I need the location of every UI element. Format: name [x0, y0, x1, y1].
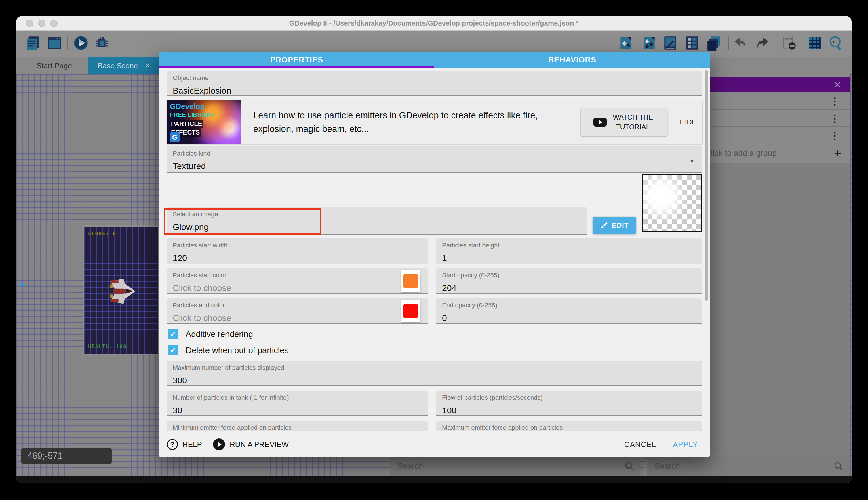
toggle-mask-icon[interactable]: [781, 35, 797, 51]
checkbox-checked[interactable]: ✓: [168, 329, 178, 339]
window-bottom-edge: [16, 476, 852, 483]
delete-when-out-checkbox-row: ✓ Delete when out of particles: [168, 345, 289, 355]
end-opacity-field[interactable]: End opacity (0-255) 0: [436, 298, 702, 324]
field-value: 204: [442, 283, 696, 293]
gdevelop-logo: G: [170, 133, 179, 142]
search-icon: [833, 461, 843, 471]
field-value: 100: [442, 406, 696, 415]
max-particles-field[interactable]: Maximum number of particles displayed 30…: [167, 361, 702, 386]
close-panel-icon[interactable]: ✕: [833, 79, 842, 90]
tab-start-page[interactable]: Start Page: [22, 57, 86, 74]
objects-search-input[interactable]: [390, 462, 624, 470]
thumb-text: PARTICLE: [170, 120, 203, 128]
start-color-swatch: [403, 274, 418, 288]
groups-search-input[interactable]: [647, 462, 833, 470]
field-value: 300: [173, 376, 696, 385]
particles-start-color-field[interactable]: Particles start color Click to choose: [167, 268, 428, 294]
tab-base-scene[interactable]: Base Scene ✕: [88, 57, 160, 74]
run-preview-label: RUN A PREVIEW: [230, 440, 289, 449]
hide-banner-button[interactable]: HIDE: [672, 100, 704, 144]
particles-tank-field[interactable]: Number of particles in tank (-1 for infi…: [167, 390, 428, 416]
spaceship-sprite[interactable]: [107, 278, 137, 305]
watch-tutorial-button[interactable]: WATCH THE TUTORIAL: [581, 108, 667, 136]
kebab-menu-icon[interactable]: ⋮: [830, 130, 840, 141]
cancel-button[interactable]: CANCEL: [624, 440, 656, 449]
min-emitter-force-field[interactable]: Minimum emitter force applied on particl…: [167, 421, 428, 431]
checkbox-checked[interactable]: ✓: [168, 345, 178, 355]
apply-button[interactable]: APPLY: [673, 440, 698, 449]
svg-text:1:1: 1:1: [832, 40, 838, 44]
field-label: End opacity (0-255): [442, 302, 696, 309]
field-value: 120: [173, 253, 422, 263]
help-icon: ?: [167, 439, 178, 450]
zoom-window-button[interactable]: [50, 20, 58, 27]
cursor-coordinates-badge: 469;-571: [21, 447, 112, 464]
traffic-lights: [26, 20, 58, 27]
instances-list-icon[interactable]: [684, 35, 701, 51]
particles-start-height-field[interactable]: Particles start height 1: [436, 238, 702, 264]
close-window-button[interactable]: [26, 20, 33, 27]
redo-icon[interactable]: [754, 35, 771, 51]
project-manager-icon[interactable]: [24, 35, 41, 51]
thumb-text: GDevelop: [170, 102, 204, 111]
help-label: HELP: [183, 440, 202, 449]
debugger-icon[interactable]: [94, 35, 110, 51]
help-button[interactable]: ? HELP: [167, 439, 202, 450]
color-swatch-chip[interactable]: [401, 270, 420, 292]
layers-icon[interactable]: [706, 35, 723, 51]
start-opacity-field[interactable]: Start opacity (0-255) 204: [436, 268, 702, 294]
texture-preview: [642, 174, 702, 232]
field-value: 1: [442, 253, 696, 263]
color-swatch-chip[interactable]: [401, 300, 420, 322]
field-label: Minimum emitter force applied on particl…: [173, 424, 422, 431]
selection-handle-dot[interactable]: [21, 283, 24, 287]
tutorial-thumbnail[interactable]: GDevelop FREE LIBRARY PARTICLE EFFECTS G: [167, 100, 241, 144]
add-object-icon[interactable]: [618, 35, 634, 51]
annotation-highlight-rectangle: [164, 208, 321, 235]
brush-icon: [600, 221, 608, 229]
dialog-scrollbar[interactable]: [705, 70, 708, 301]
zoom-1-1-icon[interactable]: 1:1: [828, 35, 844, 51]
particles-start-width-field[interactable]: Particles start width 120: [167, 238, 428, 264]
field-label: Maximum emitter force applied on particl…: [442, 424, 696, 431]
scene-editor-icon[interactable]: [46, 35, 63, 51]
field-label: Particles start width: [173, 242, 422, 249]
field-label: Particles start color: [173, 272, 422, 279]
grid-icon[interactable]: [807, 35, 823, 51]
particles-kind-select[interactable]: Particles kind Textured ▼: [167, 146, 702, 173]
particles-flow-field[interactable]: Flow of particles (particles/seconds) 10…: [436, 390, 702, 416]
field-value: Click to choose: [173, 283, 422, 293]
tab-label: Start Page: [37, 61, 72, 70]
kebab-menu-icon[interactable]: ⋮: [830, 95, 840, 107]
field-value: 30: [173, 406, 422, 415]
tab-properties[interactable]: PROPERTIES: [159, 52, 435, 68]
tab-behaviors[interactable]: BEHAVIORS: [435, 52, 710, 68]
window-title: GDevelop 5 - /Users/dkarakay/Documents/G…: [289, 19, 579, 27]
run-preview-button[interactable]: RUN A PREVIEW: [213, 439, 289, 451]
toolbar-divider: [67, 36, 68, 50]
health-text: HEALTH: 100: [88, 344, 127, 349]
particles-end-color-field[interactable]: Particles end color Click to choose: [167, 298, 428, 324]
kebab-menu-icon[interactable]: ⋮: [830, 113, 840, 124]
field-value: Click to choose: [173, 313, 422, 323]
toolbar-divider: [728, 36, 729, 50]
objects-list-icon[interactable]: [641, 35, 658, 51]
checkbox-label: Additive rendering: [186, 329, 253, 339]
checkbox-label: Delete when out of particles: [186, 345, 289, 355]
close-tab-icon[interactable]: ✕: [144, 61, 151, 70]
minimize-window-button[interactable]: [38, 20, 46, 27]
edit-image-button[interactable]: EDIT: [593, 217, 636, 234]
object-name-field[interactable]: Object name BasicExplosion: [167, 71, 702, 95]
play-preview-icon[interactable]: [72, 35, 89, 51]
max-emitter-force-field[interactable]: Maximum emitter force applied on particl…: [436, 421, 702, 431]
objects-search: [390, 456, 640, 476]
plus-icon[interactable]: +: [834, 147, 842, 160]
undo-icon[interactable]: [732, 35, 749, 51]
field-label: Particles end color: [173, 302, 422, 309]
edit-properties-icon[interactable]: [662, 35, 679, 51]
dialog-footer: ? HELP RUN A PREVIEW CANCEL APPLY: [159, 431, 710, 457]
field-label: Particles kind: [173, 150, 696, 157]
play-icon: [213, 439, 225, 451]
search-icon: [624, 461, 634, 471]
toolbar-divider: [776, 36, 776, 50]
